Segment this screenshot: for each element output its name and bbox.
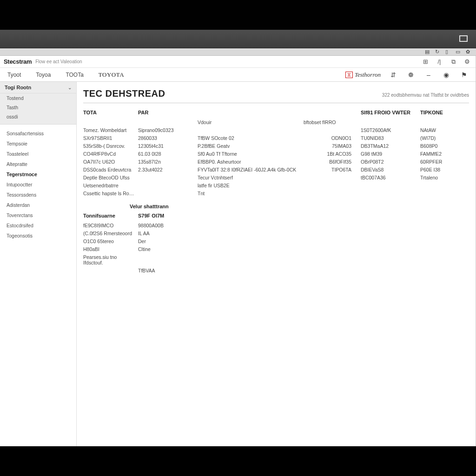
table-cell — [420, 118, 467, 126]
settings-icon[interactable]: ⚙ — [463, 58, 472, 66]
table-cell — [83, 118, 134, 126]
table-cell: Sf0 Au0 Tf Tftorne — [198, 150, 300, 158]
sidebar-item[interactable]: Tasth — [0, 103, 76, 112]
table-cell: Der — [138, 237, 194, 245]
sidebar-item[interactable]: Sonsafacrtensiss — [0, 128, 76, 139]
sidebar-item[interactable]: Toasteleel — [0, 149, 76, 159]
table-cell: CO4RfFP8vCd — [83, 150, 134, 158]
table-cell: O1C0 65tereo — [83, 237, 134, 245]
page-meta: 322 eodtsbhemvau nat Tfatfst br ovidtrbe… — [382, 93, 469, 98]
table-cell: Tecur Vctnhtserf — [198, 173, 300, 181]
tab-2[interactable]: TOOTa — [58, 68, 91, 81]
table-cell: latfe fir USB2E — [198, 181, 300, 189]
table-cell: Tnt — [198, 189, 300, 197]
browser-chrome — [0, 30, 476, 48]
sidebar: Togi Rootn ⌄ Tostend Tasth ossdi Sonsafa… — [0, 82, 77, 446]
table-cell — [420, 189, 467, 197]
table-cell — [361, 181, 416, 189]
sidebar-item[interactable]: Estocdrsifed — [0, 220, 76, 231]
gear-mini-icon[interactable]: ✿ — [466, 49, 472, 54]
table-cell: H80aBI — [83, 245, 134, 253]
sidebar-item[interactable]: Intupooctter — [0, 179, 76, 190]
table-cell: tBC007A36 — [361, 173, 416, 181]
table-cell: DB3TMaA12 — [361, 142, 416, 150]
table-cell — [138, 253, 194, 266]
table-cell — [304, 189, 357, 197]
table-cell: B6fOFIf35 — [304, 158, 357, 165]
window-maximize-icon[interactable] — [459, 35, 468, 42]
slash-icon[interactable]: /| — [435, 58, 444, 66]
globe-icon[interactable]: ◉ — [442, 71, 450, 79]
sidebar-item[interactable]: Tostend — [0, 93, 76, 103]
col-header: PAR — [138, 109, 194, 118]
table-cell: Cltine — [138, 245, 194, 253]
table-cell: TU0NID83 — [361, 134, 416, 142]
table-cell: TfBVAA — [138, 266, 194, 274]
table-cell: Vdouir — [198, 118, 300, 126]
tab-bar: Tyoot Toyoa TOOTa TOYOTA ⧖ Testhorron ⇵ … — [0, 68, 476, 82]
page-title-row: TEC DEHSTREAD 322 eodtsbhemvau nat Tfatf… — [83, 88, 469, 103]
tab-3[interactable]: TOYOTA — [91, 68, 132, 81]
table-cell — [420, 181, 467, 189]
sidebar-item[interactable]: Tessorssdens — [0, 190, 76, 200]
table-cell: B608P0 — [420, 142, 467, 150]
table-cell: 2.33ut4022 — [138, 165, 194, 173]
table-cell — [83, 266, 134, 274]
table-cell — [138, 181, 194, 189]
gear-icon[interactable]: ❁ — [407, 71, 415, 79]
table-cell: Uetsenedrbatrre — [83, 181, 134, 189]
table-cell: Trtaleno — [420, 173, 467, 181]
sidebar-item[interactable]: Tegerstrnoce — [0, 169, 76, 179]
table-cell: TfBW SOcote 02 — [198, 134, 300, 142]
table-cell: Siprano09c0323 — [138, 126, 194, 134]
table-cell: 1Bt ACO35 — [304, 150, 357, 158]
sidebar-item[interactable]: Tovenrctans — [0, 210, 76, 220]
sidebar-item[interactable]: Adisterdan — [0, 200, 76, 210]
table-cell: fE9C8I9IMCO — [83, 221, 134, 229]
table-cell: G98 tM39 — [361, 150, 416, 158]
tab-0[interactable]: Tyoot — [0, 68, 28, 81]
brand-bar: Stecstram Flow ee act Valeoation ⊞ /| ⧉ … — [0, 56, 476, 68]
col-header: SIf81 FROIO VWTER — [361, 109, 416, 118]
logo-mark-icon: ⧖ — [345, 72, 353, 78]
sidebar-item[interactable]: Tempsoie — [0, 139, 76, 149]
table-cell — [138, 173, 194, 181]
application-window: Stecstram Flow ee act Valeoation ⊞ /| ⧉ … — [0, 56, 476, 446]
col-header — [304, 109, 357, 118]
sidebar-header[interactable]: Togi Rootn ⌄ — [0, 82, 76, 93]
tab-1[interactable]: Toyoa — [28, 68, 58, 81]
table-cell: DBIEVaS8 — [361, 165, 416, 173]
box-icon[interactable]: ⧉ — [449, 58, 458, 66]
table-cell: FYVTa0IT 32:8 I0fRZIAEI -60J2.A4k Gfb-0C… — [198, 165, 300, 173]
table-cell: Tomez. Wombeldart — [83, 126, 134, 134]
chart-icon[interactable]: ⇵ — [389, 71, 397, 79]
chevron-down-icon: ⌄ — [68, 85, 72, 90]
table-cell: Pearses.siu tno Ifdsctouf. — [83, 253, 134, 266]
brand-subtitle: Flow ee act Valeoation — [35, 59, 82, 64]
sidebar-item[interactable]: Altepratte — [0, 159, 76, 169]
browser-toolbar: ▤ ↻ ▯ ▭ ✿ — [0, 48, 476, 56]
table-cell — [138, 189, 194, 197]
table-cell — [304, 126, 357, 134]
sidebar-item[interactable]: Togeonsotis — [0, 231, 76, 241]
col-header: TOTA — [83, 109, 134, 118]
table-cell: DSS0cads Erdeuvtcra — [83, 165, 134, 173]
table-cell — [198, 126, 300, 134]
doc-icon[interactable]: ▭ — [456, 49, 462, 54]
table-cell: 535rS8b-( Dsnrcov. — [83, 142, 134, 150]
table-cell — [361, 118, 416, 126]
flag-icon[interactable]: ⚑ — [460, 71, 468, 79]
os-bottom-band — [0, 446, 476, 476]
table-cell: ODN0O1 — [304, 134, 357, 142]
page-icon[interactable]: ▤ — [425, 49, 431, 54]
col-header — [198, 109, 300, 118]
col-header: S79F OI7M — [138, 212, 194, 221]
toggle-icon[interactable]: ⊞ — [421, 58, 430, 66]
table-cell: EfBBP0. Asheurtoor — [198, 158, 300, 165]
table-cell: 12305t4c31 — [138, 142, 194, 150]
vert-icon[interactable]: ▯ — [445, 49, 452, 54]
table-cell: (WI7D) — [420, 134, 467, 142]
dash-icon[interactable]: – — [424, 71, 433, 79]
reload-icon[interactable]: ↻ — [435, 49, 442, 54]
sidebar-item[interactable]: ossdi — [0, 112, 76, 121]
